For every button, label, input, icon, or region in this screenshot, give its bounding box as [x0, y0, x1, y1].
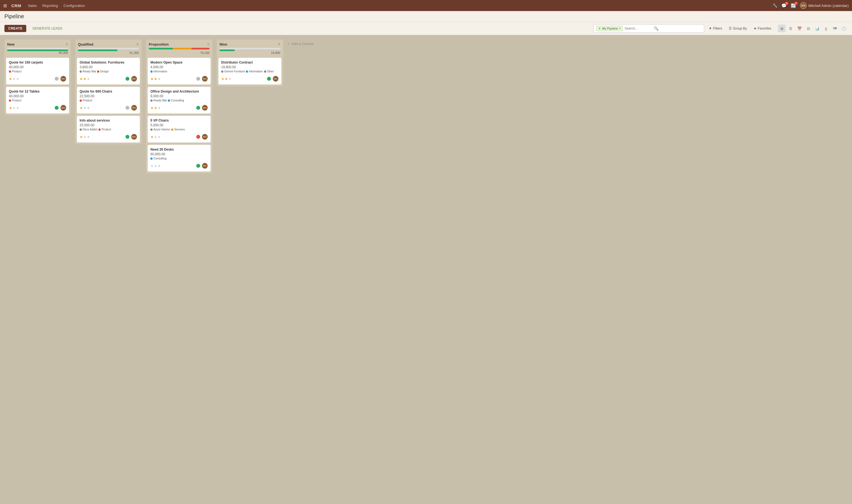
- card-amount: 22,500.00: [79, 94, 137, 98]
- star-2[interactable]: ★: [83, 106, 87, 110]
- star-1[interactable]: ★: [79, 77, 83, 81]
- card-stars[interactable]: ★★★: [150, 164, 161, 168]
- kanban-card[interactable]: Distributor Contract 19,800.00 Gemini Fu…: [218, 58, 281, 85]
- kanban-card[interactable]: Need 20 Desks 60,000.00 Consulting ★★★ M…: [148, 145, 211, 172]
- graph-view-icon[interactable]: 📊: [813, 24, 821, 32]
- card-stars[interactable]: ★★★: [150, 77, 161, 81]
- groupby-button[interactable]: ☰ Group By: [727, 25, 749, 32]
- filters-button[interactable]: ▼ Filters: [706, 25, 724, 32]
- card-stars[interactable]: ★★★: [9, 106, 19, 110]
- column-add-icon-qualified[interactable]: +: [136, 42, 139, 47]
- search-tag-my-pipeline[interactable]: ▼ My Pipeline ×: [596, 26, 623, 31]
- star-2[interactable]: ★: [13, 106, 16, 110]
- activity-indicator[interactable]: [55, 77, 59, 81]
- star-1[interactable]: ★: [79, 106, 83, 110]
- star-3[interactable]: ★: [16, 77, 19, 81]
- card-stars[interactable]: ★★★: [79, 77, 90, 81]
- star-2[interactable]: ★: [154, 106, 157, 110]
- star-2[interactable]: ★: [154, 77, 157, 81]
- star-1[interactable]: ★: [9, 77, 12, 81]
- star-2[interactable]: ★: [83, 135, 87, 139]
- star-3[interactable]: ★: [87, 106, 90, 110]
- star-3[interactable]: ★: [16, 106, 19, 110]
- star-3[interactable]: ★: [87, 135, 90, 139]
- table-view-icon[interactable]: ⊟: [804, 24, 812, 32]
- star-3[interactable]: ★: [87, 77, 90, 81]
- search-tag-close-icon[interactable]: ×: [619, 26, 621, 30]
- column-title-new: New: [7, 42, 15, 47]
- activity-icon[interactable]: 🔄 2: [791, 3, 796, 8]
- create-button[interactable]: CREATE: [4, 25, 26, 32]
- kanban-card[interactable]: Global Solutions: Furnitures 3,800.00 Re…: [77, 58, 140, 85]
- column-add-icon-proposition[interactable]: +: [207, 42, 210, 47]
- kanban-card[interactable]: Info about services 25,000.00 Deco Addic…: [77, 116, 140, 143]
- star-1[interactable]: ★: [150, 77, 154, 81]
- search-submit-icon[interactable]: 🔍: [654, 26, 658, 31]
- star-3[interactable]: ★: [158, 77, 161, 81]
- star-2[interactable]: ★: [225, 77, 228, 81]
- card-stars[interactable]: ★★★: [150, 135, 161, 139]
- star-1[interactable]: ★: [150, 106, 154, 110]
- star-1[interactable]: ★: [9, 106, 12, 110]
- card-stars[interactable]: ★★★: [79, 135, 90, 139]
- user-menu[interactable]: MA Mitchell Admin (calendar): [800, 2, 849, 9]
- activity-indicator[interactable]: [196, 164, 200, 168]
- card-stars[interactable]: ★★★: [221, 77, 232, 81]
- star-1[interactable]: ★: [221, 77, 225, 81]
- star-2[interactable]: ★: [154, 135, 157, 139]
- calendar-view-icon[interactable]: 📅: [796, 24, 803, 32]
- activity-indicator[interactable]: [196, 135, 200, 139]
- card-amount: 5,600.00: [150, 123, 208, 127]
- map-view-icon[interactable]: 🗺: [831, 24, 839, 32]
- kanban-card[interactable]: Quote for 600 Chairs 22,500.00 Product ★…: [77, 87, 140, 113]
- top-right-actions: 🔧 💬 5 🔄 2 MA Mitchell Admin (calendar): [773, 2, 849, 9]
- card-amount: 3,800.00: [79, 65, 137, 69]
- star-2[interactable]: ★: [13, 77, 16, 81]
- activity-indicator[interactable]: [125, 135, 129, 139]
- activity-indicator[interactable]: [55, 106, 59, 110]
- star-3[interactable]: ★: [228, 77, 232, 81]
- card-amount: 25,000.00: [79, 123, 137, 127]
- activity-indicator[interactable]: [196, 77, 200, 81]
- kanban-card[interactable]: Quote for 12 Tables 40,000.00 Product ★★…: [6, 87, 69, 113]
- card-stars[interactable]: ★★★: [9, 77, 19, 81]
- activity-indicator[interactable]: [267, 77, 271, 81]
- activity-indicator[interactable]: [125, 106, 129, 110]
- star-1[interactable]: ★: [150, 135, 154, 139]
- search-input[interactable]: [624, 26, 652, 30]
- kanban-card[interactable]: 5 VP Chairs 5,600.00 Azure Interior Serv…: [148, 116, 211, 143]
- bug-icon[interactable]: 🔧: [773, 3, 777, 8]
- card-stars[interactable]: ★★★: [150, 106, 161, 110]
- favorites-button[interactable]: ★ Favorites: [751, 25, 774, 32]
- star-2[interactable]: ★: [154, 164, 157, 168]
- pivot-view-icon[interactable]: ||: [822, 24, 830, 32]
- kanban-card[interactable]: Modern Open Space 4,500.00 Information ★…: [148, 58, 211, 85]
- nav-sales[interactable]: Sales: [28, 4, 37, 8]
- column-title-qualified: Qualified: [78, 42, 93, 47]
- star-1[interactable]: ★: [79, 135, 83, 139]
- kanban-card[interactable]: Quote for 150 carpets 40,000.00 Product …: [6, 58, 69, 85]
- activity-indicator[interactable]: [125, 77, 129, 81]
- activity-view-icon[interactable]: 🕐: [840, 24, 848, 32]
- nav-configuration[interactable]: Configuration: [64, 4, 85, 8]
- nav-reporting[interactable]: Reporting: [42, 4, 58, 8]
- card-tag: Deco Addict: [79, 128, 97, 131]
- kanban-card[interactable]: Office Design and Architecture 9,000.00 …: [148, 87, 211, 113]
- card-stars[interactable]: ★★★: [79, 106, 90, 110]
- column-add-icon-new[interactable]: +: [66, 42, 68, 47]
- activity-indicator[interactable]: [196, 106, 200, 110]
- chat-icon[interactable]: 💬 5: [781, 3, 787, 8]
- star-3[interactable]: ★: [158, 135, 161, 139]
- column-add-icon-won[interactable]: +: [278, 42, 280, 47]
- star-1[interactable]: ★: [150, 164, 154, 168]
- generate-leads-button[interactable]: GENERATE LEADS: [29, 25, 66, 32]
- card-tags: Ready Mat Consulting: [150, 99, 208, 103]
- star-3[interactable]: ★: [158, 106, 161, 110]
- add-column-button[interactable]: + Add a Column: [287, 39, 314, 46]
- apps-grid-icon[interactable]: ⊞: [3, 3, 7, 8]
- star-2[interactable]: ★: [83, 77, 87, 81]
- card-avatar: MA: [272, 76, 279, 82]
- star-3[interactable]: ★: [158, 164, 161, 168]
- kanban-view-icon[interactable]: ⊞: [778, 24, 786, 32]
- list-view-icon[interactable]: ☰: [787, 24, 795, 32]
